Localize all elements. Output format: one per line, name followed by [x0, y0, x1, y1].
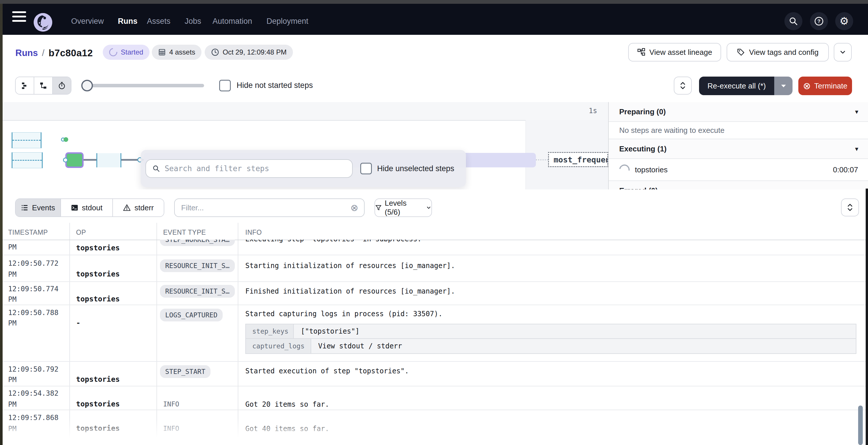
metadata-value-link[interactable]: View stdout / stderr: [311, 339, 409, 353]
stopwatch-icon: [58, 81, 66, 90]
event-type-chip[interactable]: RESOURCE_INIT_S…: [160, 285, 235, 298]
event-type-chip[interactable]: LOGS_CAPTURED: [160, 309, 223, 321]
gantt-step-notstarted-2[interactable]: [11, 152, 43, 168]
log-timestamp-ampm: PM: [8, 319, 17, 327]
log-timestamp-ampm: PM: [8, 243, 17, 251]
run-id: b7c80a12: [49, 47, 93, 59]
log-row[interactable]: 12:09:50.788 PM - LOGS_CAPTURED Started …: [0, 305, 868, 361]
event-type-chip[interactable]: STEP_WORKER_STA…: [160, 240, 235, 246]
gantt-step-pending[interactable]: [96, 153, 121, 167]
timed-view-button[interactable]: [53, 77, 71, 94]
log-scroll-toggle-button[interactable]: [841, 198, 859, 216]
metadata-key: captured_logs: [246, 339, 311, 353]
time-axis-tick: 1s: [589, 107, 597, 115]
log-timestamp-ampm: PM: [8, 376, 17, 384]
executing-step-name: topstories: [635, 165, 828, 174]
terminate-button[interactable]: ⊗ Terminate: [798, 77, 852, 95]
log-toolbar: Events stdout stderr ⊗: [0, 190, 868, 224]
col-header-info: INFO: [245, 229, 262, 236]
waterfall-view-button[interactable]: [34, 77, 53, 94]
tag-icon: [737, 48, 745, 56]
executing-step-row[interactable]: topstories 0:00:07: [609, 159, 868, 181]
event-type-chip[interactable]: STEP_START: [160, 365, 211, 378]
col-header-event-type: EVENT TYPE: [163, 229, 206, 236]
event-type-chip[interactable]: RESOURCE_INIT_S…: [160, 259, 235, 272]
gantt-time-axis: 1s: [0, 102, 608, 121]
log-row[interactable]: 12:09:54.382 PM topstories INFO Got 20 i…: [0, 386, 868, 410]
log-table: TIMESTAMP OP EVENT TYPE INFO 12:09:50.7 …: [0, 223, 868, 445]
breadcrumb-separator: /: [42, 48, 45, 58]
hamburger-menu-button[interactable]: [12, 11, 26, 24]
tab-stderr[interactable]: stderr: [113, 199, 164, 216]
clear-filter-icon[interactable]: ⊗: [350, 203, 358, 212]
metadata-value: ["topstories"]: [294, 324, 366, 338]
preparing-empty-row: No steps are waiting to execute: [609, 122, 868, 139]
gantt-step-most-frequent[interactable]: most_frequent: [548, 152, 608, 167]
reexecute-all-button[interactable]: Re-execute all (*): [699, 77, 774, 95]
search-button[interactable]: [784, 12, 802, 30]
errored-section-header[interactable]: Errored (0) ▾: [609, 181, 868, 190]
log-info: Finished initialization of resources [io…: [245, 287, 455, 295]
funnel-icon: [375, 204, 382, 211]
step-search-input[interactable]: [164, 164, 346, 173]
chevrons-up-down-icon: [679, 81, 687, 90]
event-list-icon: [21, 204, 28, 211]
nav-item-runs[interactable]: Runs: [118, 15, 137, 28]
gantt-marker-dot[interactable]: [64, 137, 68, 142]
nav-item-deployment[interactable]: Deployment: [267, 15, 308, 28]
event-type-plain: INFO: [163, 400, 179, 408]
preparing-section-header[interactable]: Preparing (0) ▾: [609, 102, 868, 122]
zoom-slider-handle[interactable]: [81, 80, 93, 91]
chevron-down-icon: [839, 48, 846, 56]
header-more-dropdown-button[interactable]: [834, 43, 852, 62]
nav-item-assets[interactable]: Assets: [147, 15, 170, 28]
log-scrollbar-thumb[interactable]: [858, 406, 863, 445]
nav-item-overview[interactable]: Overview: [71, 15, 104, 28]
step-search-field[interactable]: [146, 159, 353, 178]
log-filter-input[interactable]: [181, 203, 347, 213]
view-asset-lineage-button[interactable]: View asset lineage: [628, 43, 721, 62]
log-filter-field[interactable]: ⊗: [174, 198, 365, 217]
nav-item-jobs[interactable]: Jobs: [185, 15, 201, 28]
collapse-expand-button[interactable]: [674, 77, 692, 95]
zoom-slider-track[interactable]: [84, 84, 204, 87]
log-row[interactable]: 12:09:50.792 PM topstories STEP_START St…: [0, 361, 868, 386]
help-button[interactable]: ?: [810, 12, 828, 30]
step-status-panel: Preparing (0) ▾ No steps are waiting to …: [608, 102, 868, 190]
flat-view-button[interactable]: [16, 77, 34, 94]
lineage-icon: [637, 48, 645, 56]
executing-section-header[interactable]: Executing (1) ▾: [609, 139, 868, 159]
settings-button[interactable]: ⚙: [835, 12, 853, 30]
gantt-step-topstories-selected[interactable]: [65, 152, 84, 168]
question-icon: ?: [814, 16, 824, 26]
collapse-icon: ▾: [855, 145, 858, 152]
tab-stdout[interactable]: stdout: [61, 199, 113, 216]
tab-events[interactable]: Events: [16, 199, 61, 216]
executing-elapsed: 0:00:07: [833, 165, 858, 174]
dagster-logo-icon[interactable]: [34, 13, 52, 32]
event-type-plain: INFO: [163, 425, 179, 432]
log-info: Started capturing logs in process (pid: …: [245, 310, 442, 318]
hide-unselected-checkbox[interactable]: [360, 163, 372, 174]
log-op: topstories: [76, 400, 120, 408]
breadcrumb-runs-link[interactable]: Runs: [16, 48, 38, 58]
log-row[interactable]: 12:09:50.7 PM topstories STEP_WORKER_STA…: [0, 240, 868, 255]
reexecute-dropdown-button[interactable]: [774, 77, 793, 95]
assets-badge[interactable]: 4 assets: [152, 45, 202, 60]
nav-item-automation[interactable]: Automation: [213, 15, 252, 28]
view-tags-config-button[interactable]: View tags and config: [726, 43, 829, 62]
status-badge[interactable]: Started: [103, 45, 150, 60]
spinner-icon: [107, 46, 119, 58]
window-left-edge: [0, 4, 3, 445]
log-info: Got 20 items so far.: [245, 400, 329, 408]
log-row[interactable]: 12:09:50.774 PM topstories RESOURCE_INIT…: [0, 281, 868, 305]
levels-dropdown[interactable]: Levels (5/6): [374, 198, 432, 217]
waterfall-gantt-icon: [39, 81, 47, 90]
log-info: Executing step "topstories" in subproces…: [245, 240, 422, 243]
clock-icon: [211, 48, 219, 56]
log-info: Starting initialization of resources [io…: [245, 262, 455, 270]
log-row[interactable]: 12:09:57.868 PM topstories INFO Got 40 i…: [0, 410, 868, 445]
gantt-step-notstarted-1[interactable]: [11, 132, 41, 148]
log-row[interactable]: 12:09:50.772 PM topstories RESOURCE_INIT…: [0, 255, 868, 281]
hide-not-started-checkbox[interactable]: [219, 80, 231, 91]
